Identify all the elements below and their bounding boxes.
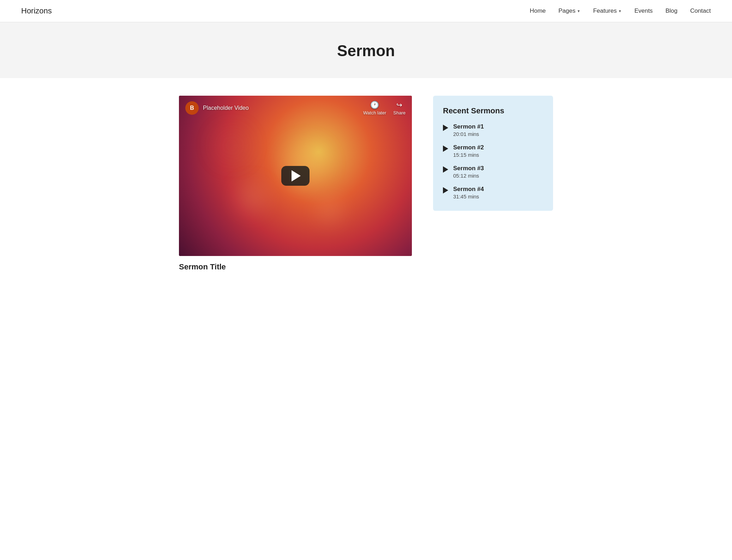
sermon-name-2: Sermon #2 xyxy=(453,144,484,151)
share-icon: ↪ xyxy=(396,101,402,109)
sermon-list: Sermon #1 20:01 mins Sermon #2 15:15 min… xyxy=(443,123,543,199)
sermon-info-1: Sermon #1 20:01 mins xyxy=(453,123,484,137)
video-actions: 🕐 Watch later ↪ Share xyxy=(363,101,406,115)
play-icon xyxy=(292,170,301,181)
sermon-info-3: Sermon #3 05:12 mins xyxy=(453,165,484,179)
features-dropdown-arrow: ▼ xyxy=(618,9,622,13)
clock-icon: 🕐 xyxy=(370,101,379,109)
sermon-duration-3: 05:12 mins xyxy=(453,173,484,179)
pages-dropdown-arrow: ▼ xyxy=(577,9,580,13)
video-player[interactable]: B Placeholder Video 🕐 Watch later ↪ Shar… xyxy=(179,96,412,256)
recent-sermons-box: Recent Sermons Sermon #1 20:01 mins Serm… xyxy=(433,96,553,211)
share-button[interactable]: ↪ Share xyxy=(393,101,406,115)
play-icon-2 xyxy=(443,145,448,152)
nav-pages[interactable]: Pages ▼ xyxy=(558,7,580,14)
site-logo[interactable]: Horizons xyxy=(21,6,52,16)
sermon-info-2: Sermon #2 15:15 mins xyxy=(453,144,484,158)
sermon-item-4[interactable]: Sermon #4 31:45 mins xyxy=(443,186,543,199)
sermon-duration-2: 15:15 mins xyxy=(453,152,484,158)
sermon-info-4: Sermon #4 31:45 mins xyxy=(453,186,484,199)
video-top-bar: B Placeholder Video 🕐 Watch later ↪ Shar… xyxy=(179,96,412,120)
play-button-wrapper[interactable] xyxy=(281,166,310,186)
page-hero: Sermon xyxy=(0,22,732,78)
video-channel: B Placeholder Video xyxy=(185,101,249,115)
play-icon-3 xyxy=(443,166,448,173)
nav-home[interactable]: Home xyxy=(530,7,546,14)
share-label: Share xyxy=(393,110,406,115)
nav-links: Home Pages ▼ Features ▼ Events Blog Cont… xyxy=(530,7,711,14)
bokeh-4 xyxy=(214,128,249,163)
play-button[interactable] xyxy=(281,166,310,186)
nav-features[interactable]: Features ▼ xyxy=(593,7,622,14)
recent-sermons-heading: Recent Sermons xyxy=(443,106,543,115)
sermon-title: Sermon Title xyxy=(179,262,412,272)
channel-name: Placeholder Video xyxy=(203,105,249,111)
sermon-duration-1: 20:01 mins xyxy=(453,131,484,137)
sermon-duration-4: 31:45 mins xyxy=(453,193,484,199)
sermon-name-4: Sermon #4 xyxy=(453,186,484,193)
bokeh-3 xyxy=(319,200,340,221)
sermon-name-3: Sermon #3 xyxy=(453,165,484,172)
navbar: Horizons Home Pages ▼ Features ▼ Events … xyxy=(0,0,732,22)
sidebar: Recent Sermons Sermon #1 20:01 mins Serm… xyxy=(433,96,553,211)
nav-events[interactable]: Events xyxy=(634,7,653,14)
channel-avatar: B xyxy=(185,101,199,115)
sermon-item-3[interactable]: Sermon #3 05:12 mins xyxy=(443,165,543,179)
sermon-item-1[interactable]: Sermon #1 20:01 mins xyxy=(443,123,543,137)
video-section: B Placeholder Video 🕐 Watch later ↪ Shar… xyxy=(179,96,412,272)
sermon-name-1: Sermon #1 xyxy=(453,123,484,130)
nav-blog[interactable]: Blog xyxy=(665,7,677,14)
watch-later-label: Watch later xyxy=(363,110,386,115)
page-title: Sermon xyxy=(7,42,725,60)
sermon-item-2[interactable]: Sermon #2 15:15 mins xyxy=(443,144,543,158)
play-icon-1 xyxy=(443,125,448,131)
main-content: B Placeholder Video 🕐 Watch later ↪ Shar… xyxy=(158,78,574,289)
nav-contact[interactable]: Contact xyxy=(690,7,711,14)
bokeh-2 xyxy=(237,184,265,212)
watch-later-button[interactable]: 🕐 Watch later xyxy=(363,101,386,115)
play-icon-4 xyxy=(443,187,448,193)
